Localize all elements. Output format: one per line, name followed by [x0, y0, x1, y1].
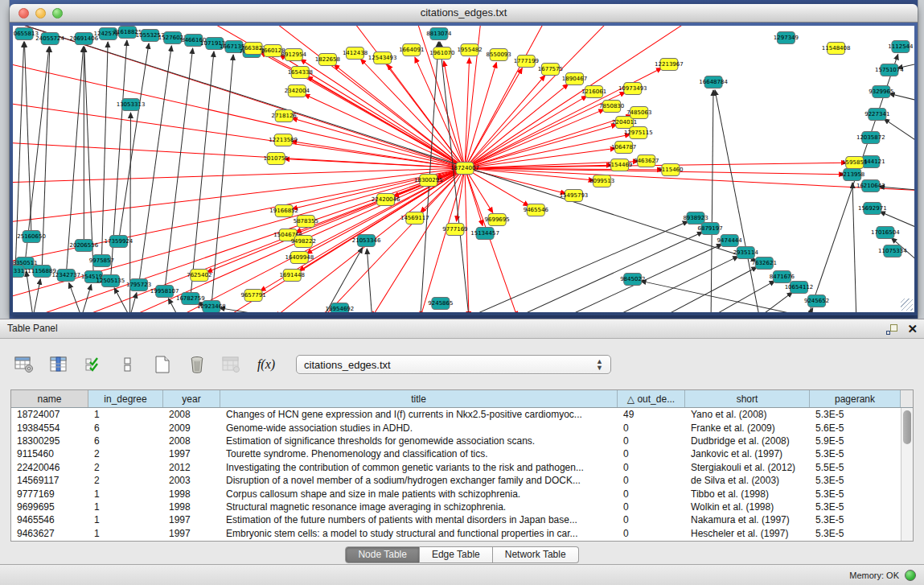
table-cell[interactable]: 5.3E-5 [810, 501, 901, 513]
graph-node[interactable]: 12975115 [624, 127, 653, 139]
table-cell[interactable]: 0 [618, 475, 685, 486]
table-cell[interactable]: 0 [618, 488, 685, 500]
table-cell[interactable]: 1 [88, 528, 163, 539]
float-panel-icon[interactable] [886, 324, 897, 335]
graph-node[interactable]: 11548408 [822, 43, 851, 55]
graph-node[interactable]: 1777199 [514, 56, 539, 68]
table-cell[interactable]: 6 [88, 435, 163, 447]
graph-node[interactable]: 9245865 [428, 298, 453, 310]
table-cell[interactable]: Dudbridge et al. (2008) [685, 435, 810, 447]
clear-selection-icon[interactable] [117, 353, 139, 376]
graph-node[interactable]: 17359924 [105, 236, 133, 248]
table-cell[interactable]: Tourette syndrome. Phenomenology and cla… [220, 448, 618, 459]
table-cell[interactable]: 5.3E-5 [810, 475, 901, 486]
network-canvas[interactable]: 2065581324055724206914061242578921618825… [13, 26, 914, 312]
graph-edge[interactable] [465, 115, 631, 168]
table-cell[interactable]: 5.3E-5 [810, 488, 901, 500]
table-cell[interactable]: 0 [618, 422, 685, 434]
graph-node[interactable]: 9777169 [442, 224, 467, 236]
table-cell[interactable]: 1998 [163, 488, 220, 500]
column-header-short[interactable]: short [685, 390, 810, 407]
graph-edge[interactable] [367, 249, 372, 312]
graph-node[interactable]: 5878355 [294, 216, 318, 228]
table-row[interactable]: 1872400712008Changes of HCN gene express… [11, 408, 901, 421]
graph-node[interactable]: 9474444 [717, 235, 743, 247]
graph-node[interactable]: 1154469 [607, 159, 632, 171]
graph-node[interactable]: 8813074 [426, 28, 452, 40]
graph-node[interactable]: 9975857 [89, 255, 114, 267]
graph-node[interactable]: 7850830 [599, 101, 624, 113]
graph-node[interactable]: 1691448 [280, 270, 305, 282]
table-cell[interactable]: 2008 [163, 409, 220, 420]
tab-edge-table[interactable]: Edge Table [420, 546, 493, 563]
graph-node[interactable]: 7625402 [187, 270, 211, 282]
tab-node-table[interactable]: Node Table [345, 546, 420, 563]
graph-edge[interactable] [852, 183, 856, 312]
graph-node[interactable]: 1664091 [399, 44, 424, 56]
graph-node[interactable]: 14569117 [400, 212, 429, 225]
new-table-icon[interactable] [151, 353, 174, 376]
column-header-out_de[interactable]: △ out_de... [618, 390, 685, 407]
graph-edge[interactable] [24, 42, 31, 237]
graph-node[interactable]: 1216061 [581, 86, 606, 98]
table-cell[interactable]: 1998 [163, 501, 220, 513]
graph-node[interactable]: 25160650 [17, 231, 46, 243]
graph-node[interactable]: 20206556 [69, 240, 98, 252]
graph-node[interactable]: 15751074 [875, 64, 904, 76]
graph-node[interactable]: 19166852 [269, 205, 298, 217]
graph-node[interactable]: 1795723 [126, 279, 151, 291]
graph-edge[interactable] [118, 43, 149, 241]
table-row[interactable]: 946554611997Estimation of the future num… [11, 513, 901, 526]
table-cell[interactable]: 2 [88, 448, 163, 459]
function-builder-icon[interactable]: f(x) [255, 353, 277, 376]
table-cell[interactable]: Corpus callosum shape and size in male p… [220, 488, 618, 500]
table-cell[interactable]: 5.9E-5 [810, 435, 901, 447]
graph-edge[interactable] [13, 102, 465, 168]
table-cell[interactable]: 19384554 [11, 422, 88, 434]
graph-node[interactable]: 16648784 [699, 76, 728, 89]
table-cell[interactable]: 6 [88, 422, 163, 434]
table-cell[interactable]: 5.6E-5 [810, 422, 901, 434]
graph-node[interactable]: 12035872 [856, 132, 885, 144]
graph-edge[interactable] [884, 119, 914, 146]
table-row[interactable]: 1830029562008Estimation of significance … [11, 435, 901, 447]
column-header-pagerank[interactable]: pagerank [810, 390, 901, 407]
minimize-window-icon[interactable] [35, 8, 46, 19]
graph-edge[interactable] [444, 61, 465, 168]
graph-node[interactable]: 9463627 [634, 155, 659, 167]
graph-node[interactable]: 9699695 [485, 214, 510, 226]
table-cell[interactable]: Estimation of the future numbers of pati… [220, 514, 618, 525]
table-cell[interactable]: 5.5E-5 [810, 462, 901, 473]
graph-node[interactable]: 21053346 [352, 235, 381, 247]
table-cell[interactable]: 2009 [163, 422, 220, 434]
graph-edge[interactable] [715, 90, 759, 312]
graph-edge[interactable] [372, 168, 465, 312]
table-cell[interactable]: Estimation of significance thresholds fo… [220, 435, 618, 447]
table-cell[interactable]: 1 [88, 409, 163, 420]
table-selector-dropdown[interactable]: citations_edges.txt ▲▼ [296, 355, 611, 374]
tab-network-table[interactable]: Network Table [493, 546, 579, 563]
table-cell[interactable]: 9463627 [11, 528, 88, 539]
graph-node[interactable]: 16954692 [326, 303, 355, 313]
table-cell[interactable]: 5.3E-5 [810, 448, 901, 459]
column-header-in_degree[interactable]: in_degree [88, 390, 163, 407]
graph-node[interactable]: 10654112 [785, 282, 814, 294]
graph-node[interactable]: 1595853 [842, 157, 867, 169]
graph-node[interactable]: 7632621 [752, 257, 777, 270]
table-cell[interactable]: 9777169 [11, 488, 88, 500]
zoom-window-icon[interactable] [52, 8, 63, 19]
graph-node[interactable]: 9498222 [291, 236, 316, 248]
graph-edge[interactable] [759, 292, 792, 312]
graph-node[interactable]: 17016504 [871, 227, 900, 239]
graph-node[interactable]: 15495793 [560, 190, 589, 202]
table-cell[interactable]: 1997 [163, 514, 220, 525]
table-cell[interactable]: 0 [618, 435, 685, 447]
graph-node[interactable]: 10973493 [618, 83, 647, 95]
graph-edge[interactable] [517, 232, 703, 312]
graph-node[interactable]: 19958107 [150, 286, 179, 298]
graph-edge[interactable] [33, 279, 40, 312]
table-cell[interactable]: Wolkin et al. (1998) [685, 501, 810, 513]
graph-node[interactable]: 12342737 [51, 270, 80, 282]
table-cell[interactable]: Stergiakouli et al. (2012) [685, 462, 810, 473]
table-cell[interactable]: Jankovic et al. (1997) [685, 448, 810, 459]
